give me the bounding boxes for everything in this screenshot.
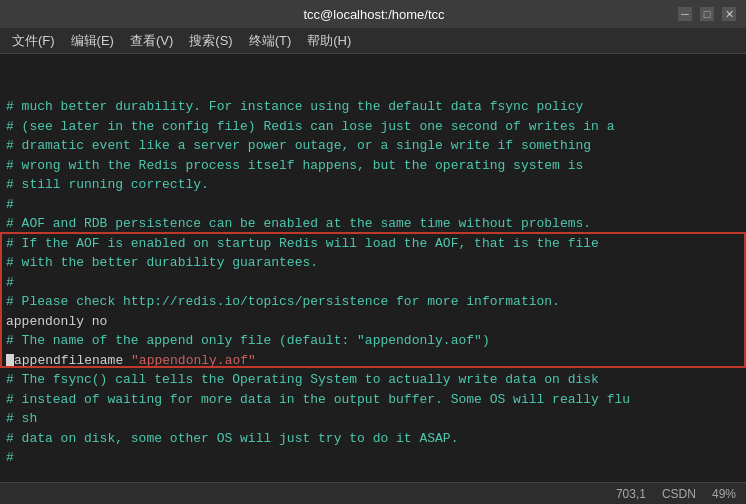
menu-bar: 文件(F)编辑(E)查看(V)搜索(S)终端(T)帮助(H)	[0, 28, 746, 54]
menu-item-e[interactable]: 编辑(E)	[63, 30, 122, 52]
editor-line: # AOF and RDB persistence can be enabled…	[6, 214, 740, 234]
editor-line: #	[6, 195, 740, 215]
menu-item-s[interactable]: 搜索(S)	[181, 30, 240, 52]
minimize-button[interactable]: ─	[678, 7, 692, 21]
editor-line: # wrong with the Redis process itself ha…	[6, 156, 740, 176]
maximize-button[interactable]: □	[700, 7, 714, 21]
editor-line: # (see later in the config file) Redis c…	[6, 117, 740, 137]
editor-line: appendonly no	[6, 312, 740, 332]
status-right: 703,1 CSDN 49%	[616, 487, 736, 501]
close-button[interactable]: ✕	[722, 7, 736, 21]
editor-area[interactable]: # much better durability. For instance u…	[0, 54, 746, 482]
editor-line: # still running correctly.	[6, 175, 740, 195]
status-bar: 703,1 CSDN 49%	[0, 482, 746, 504]
cursor-position: 703,1	[616, 487, 646, 501]
editor-line: # with the better durability guarantees.	[6, 253, 740, 273]
editor-line: #	[6, 448, 740, 468]
menu-item-f[interactable]: 文件(F)	[4, 30, 63, 52]
csdn-label: CSDN	[662, 487, 696, 501]
cursor-block	[6, 354, 14, 368]
zoom-level: 49%	[712, 487, 736, 501]
editor-line: # data on disk, some other OS will just …	[6, 429, 740, 449]
window-title: tcc@localhost:/home/tcc	[70, 7, 678, 22]
terminal-window: tcc@localhost:/home/tcc ─ □ ✕ 文件(F)编辑(E)…	[0, 0, 746, 504]
editor-line: # instead of waiting for more data in th…	[6, 390, 740, 410]
editor-line: # dramatic event like a server power out…	[6, 136, 740, 156]
editor-line: # The name of the append only file (defa…	[6, 331, 740, 351]
editor-line: appendfilename "appendonly.aof"	[6, 351, 740, 371]
window-controls: ─ □ ✕	[678, 7, 736, 21]
editor-content: # much better durability. For instance u…	[0, 54, 746, 472]
title-bar: tcc@localhost:/home/tcc ─ □ ✕	[0, 0, 746, 28]
editor-line: # much better durability. For instance u…	[6, 97, 740, 117]
menu-item-t[interactable]: 终端(T)	[241, 30, 300, 52]
menu-item-v[interactable]: 查看(V)	[122, 30, 181, 52]
editor-line: # sh	[6, 409, 740, 429]
editor-line: # If the AOF is enabled on startup Redis…	[6, 234, 740, 254]
menu-item-h[interactable]: 帮助(H)	[299, 30, 359, 52]
editor-line: # Please check http://redis.io/topics/pe…	[6, 292, 740, 312]
editor-line: #	[6, 273, 740, 293]
editor-line: # The fsync() call tells the Operating S…	[6, 370, 740, 390]
